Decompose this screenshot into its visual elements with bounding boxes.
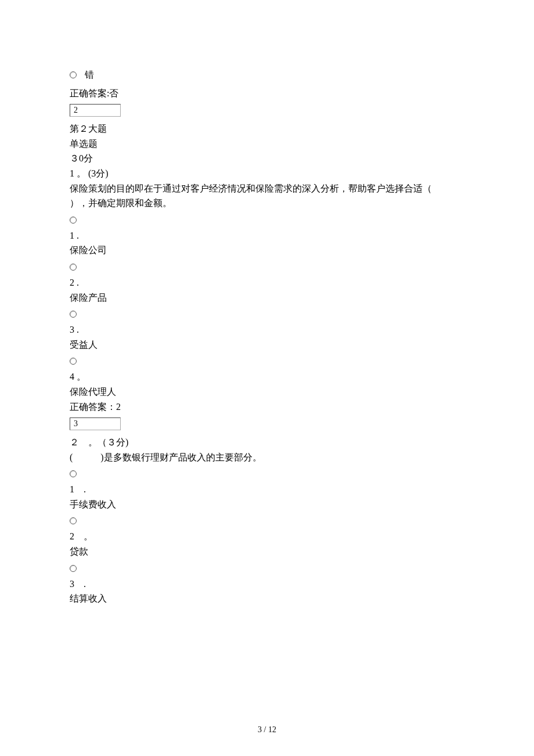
- q2-option-3-radio[interactable]: [70, 565, 464, 572]
- radio-icon: [70, 264, 77, 271]
- q1-option-4-radio[interactable]: [70, 358, 464, 365]
- option-label: 错: [85, 67, 94, 82]
- q1-lead: 1 。 (3分): [70, 166, 464, 181]
- q1-text-line2: ），并确定期限和金额。: [70, 196, 464, 211]
- q2-option-2-radio[interactable]: [70, 517, 464, 524]
- page: 错 正确答案:否 2 第２大题 单选题 ３0分 1 。 (3分) 保险策划的目的…: [0, 0, 534, 756]
- option-number: 3 .: [70, 577, 464, 592]
- radio-icon: [70, 517, 77, 524]
- page-number: 3 / 12: [0, 723, 534, 736]
- option-text: 受益人: [70, 337, 464, 352]
- q1-option-3-radio[interactable]: [70, 311, 464, 318]
- option-wrong-row[interactable]: 错: [70, 67, 464, 82]
- option-text: 手续费收入: [70, 497, 464, 512]
- option-number: 2 .: [70, 275, 464, 290]
- option-number: 1 .: [70, 482, 464, 497]
- section-header-line1: 第２大题: [70, 121, 464, 136]
- section-header-line2: 单选题: [70, 136, 464, 152]
- option-text: 保险代理人: [70, 384, 464, 399]
- radio-icon: [70, 71, 77, 78]
- q1-option-2-radio[interactable]: [70, 264, 464, 271]
- option-number: 1 .: [70, 228, 464, 243]
- q2-text: ( )是多数银行理财产品收入的主要部分。: [70, 450, 464, 465]
- option-text: 保险产品: [70, 290, 464, 305]
- radio-icon: [70, 470, 77, 477]
- radio-icon: [70, 311, 77, 318]
- q2-lead: ２ 。（３分): [70, 435, 464, 450]
- q2-option-1-radio[interactable]: [70, 470, 464, 477]
- option-text: 保险公司: [70, 243, 464, 258]
- score-input-2[interactable]: 3: [70, 417, 121, 430]
- q1-option-1-radio[interactable]: [70, 217, 464, 224]
- option-number: 2 。: [70, 529, 464, 544]
- section-header-line3: ３0分: [70, 151, 464, 166]
- option-text: 贷款: [70, 544, 464, 559]
- radio-icon: [70, 217, 77, 224]
- radio-icon: [70, 565, 77, 572]
- q1-text-line1: 保险策划的目的即在于通过对客户经济情况和保险需求的深入分析，帮助客户选择合适（: [70, 181, 464, 196]
- q1-correct-answer: 正确答案：2: [70, 399, 464, 415]
- option-number: 3 .: [70, 322, 464, 337]
- radio-icon: [70, 358, 77, 365]
- option-text: 结算收入: [70, 591, 464, 606]
- score-input-1[interactable]: 2: [70, 104, 121, 117]
- option-number: 4 。: [70, 369, 464, 384]
- correct-answer: 正确答案:否: [70, 86, 464, 101]
